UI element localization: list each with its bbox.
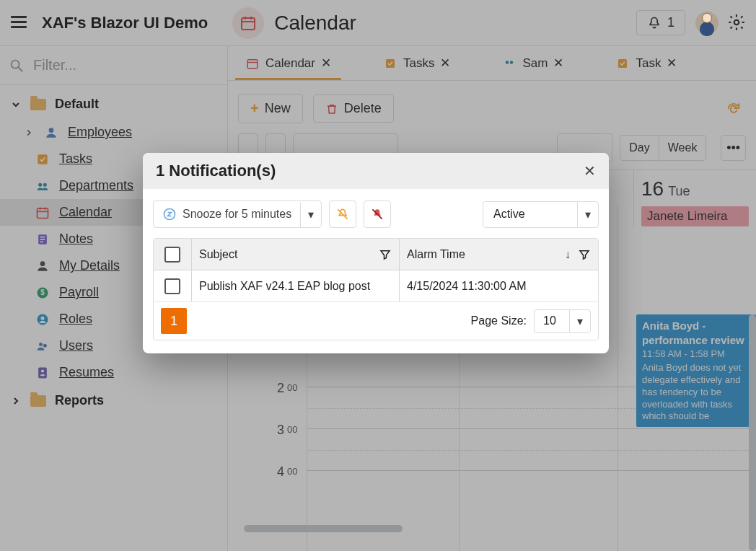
page-size-input[interactable]: 10 ▾ — [534, 309, 591, 333]
row-checkbox[interactable] — [164, 278, 180, 294]
chevron-down-icon[interactable]: ▾ — [569, 310, 590, 332]
dismiss-all-button[interactable] — [364, 200, 391, 228]
chevron-down-icon[interactable]: ▾ — [300, 202, 321, 227]
page-size-value: 10 — [535, 310, 569, 332]
chevron-down-icon[interactable]: ▾ — [577, 202, 598, 227]
sort-desc-icon[interactable]: ↓ — [565, 248, 571, 261]
page-number[interactable]: 1 — [161, 308, 187, 334]
grid-row[interactable]: Publish XAF v24.1 EAP blog post 4/15/202… — [154, 270, 598, 302]
column-label: Alarm Time — [407, 248, 465, 261]
bell-slash-icon — [335, 207, 350, 221]
snooze-label: Snooze for 5 minutes — [183, 208, 291, 221]
grid-footer: 1 Page Size: 10 ▾ — [154, 302, 598, 340]
cell-alarm: 4/15/2024 11:30:00 AM — [399, 270, 598, 301]
grid-header-row: Subject Alarm Time ↓ — [154, 239, 598, 270]
filter-icon[interactable] — [379, 248, 392, 261]
page-size-label: Page Size: — [471, 314, 527, 327]
dismiss-button[interactable] — [329, 200, 356, 228]
notifications-modal: 1 Notification(s) ✕ Snooze for 5 minutes… — [143, 153, 609, 353]
column-alarm-time[interactable]: Alarm Time ↓ — [399, 239, 598, 270]
column-label: Subject — [199, 248, 237, 261]
modal-header: 1 Notification(s) ✕ — [143, 153, 609, 189]
close-button[interactable]: ✕ — [584, 162, 596, 180]
modal-title: 1 Notification(s) — [156, 162, 276, 180]
modal-actions: Snooze for 5 minutes ▾ Active ▾ — [153, 200, 599, 228]
notifications-grid: Subject Alarm Time ↓ Publish XAF v24.1 E… — [153, 238, 599, 340]
filter-icon[interactable] — [578, 248, 591, 261]
state-dropdown[interactable]: Active ▾ — [483, 201, 599, 228]
snooze-dropdown[interactable]: Snooze for 5 minutes ▾ — [153, 200, 322, 228]
snooze-icon — [162, 207, 177, 221]
bell-off-icon — [370, 207, 384, 221]
select-all-cell[interactable] — [154, 247, 191, 263]
cell-subject: Publish XAF v24.1 EAP blog post — [191, 270, 399, 301]
checkbox-icon[interactable] — [164, 247, 180, 263]
column-subject[interactable]: Subject — [191, 239, 399, 270]
state-value: Active — [483, 202, 577, 226]
